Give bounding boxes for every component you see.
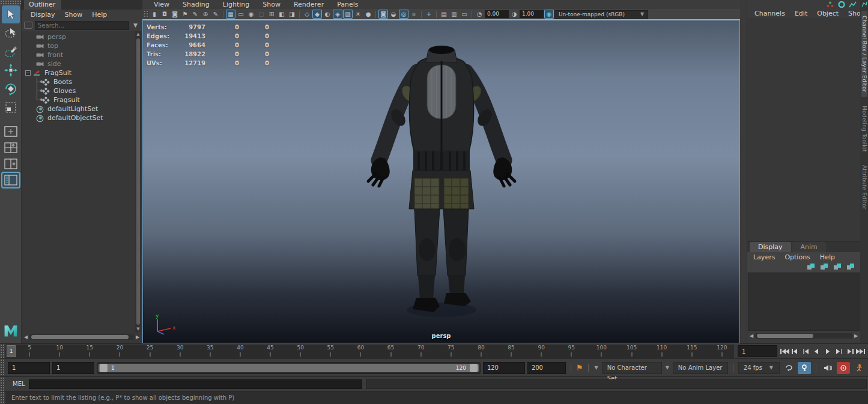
fragsuit-model[interactable] xyxy=(345,32,538,328)
time-slider-grip[interactable] xyxy=(0,344,5,358)
annotate-icon[interactable]: ✎ xyxy=(190,10,200,19)
camera-bookmarks-icon[interactable]: ◙ xyxy=(170,10,180,19)
single-pane-layout[interactable] xyxy=(2,124,19,139)
isolate-select-icon[interactable]: + xyxy=(424,10,434,19)
layer-editor-hscrollbar[interactable]: ◀ ▶ xyxy=(748,332,859,340)
layer-editor-tab-anim[interactable]: Anim xyxy=(792,242,826,252)
color-management-icon[interactable]: ◉ xyxy=(544,10,554,19)
wireframe-icon[interactable]: ◇ xyxy=(302,10,312,19)
gate-mask-icon[interactable]: ▢ xyxy=(256,10,266,19)
move-layer-down-icon[interactable] xyxy=(820,263,829,272)
hscroll-track[interactable] xyxy=(29,334,135,340)
anim-layer-dropdown[interactable]: No Anim Layer xyxy=(673,362,728,374)
search-options-chevron-icon[interactable]: ▼ xyxy=(132,22,139,28)
gamma-field[interactable]: 1.00 xyxy=(520,10,544,18)
scroll-right-icon[interactable]: ▶ xyxy=(853,333,859,339)
move-tool[interactable] xyxy=(2,61,20,79)
character-controls-icon[interactable] xyxy=(827,1,834,8)
anti-alias-icon[interactable]: ◎ xyxy=(399,10,408,19)
side-tab-attribute-editor[interactable]: Attribute Editor xyxy=(861,160,867,214)
range-slider-grip[interactable] xyxy=(0,359,5,376)
grease-pencil-icon[interactable]: ✎ xyxy=(211,10,220,19)
viewport-canvas[interactable]: Verts:979700Edges:1941300Faces:966400Tri… xyxy=(142,19,740,343)
graph-editor-icon[interactable] xyxy=(849,1,857,8)
menu-channels[interactable]: Channels xyxy=(750,10,790,17)
menu-options[interactable]: Options xyxy=(780,253,815,261)
outliner-item-top[interactable]: top xyxy=(22,41,142,50)
create-empty-layer-icon[interactable] xyxy=(833,263,842,272)
create-layer-from-selected-icon[interactable] xyxy=(846,263,855,272)
gamma-icon[interactable]: ◑ xyxy=(509,10,519,19)
depth-of-field-icon[interactable]: ▪ xyxy=(409,10,419,19)
speaker-icon[interactable] xyxy=(821,362,834,374)
menu-shading[interactable]: Shading xyxy=(177,1,215,8)
outliner-item-fragsuit[interactable]: −FragSuit xyxy=(22,68,142,77)
shadows-icon[interactable]: ● xyxy=(363,10,373,19)
menu-layers[interactable]: Layers xyxy=(748,253,780,261)
time-slider[interactable]: 1 51015202530354045505560657075808590951… xyxy=(5,345,734,358)
outliner-item-gloves[interactable]: Gloves xyxy=(22,86,142,95)
outliner-item-defaultobjectset[interactable]: defaultObjectSet xyxy=(22,113,142,122)
step-forward-frame-button[interactable] xyxy=(845,346,855,357)
character-set-chevron-icon[interactable]: ▼ xyxy=(593,365,599,370)
two-pane-layout[interactable] xyxy=(2,157,19,171)
side-tab-channel-box-layer-editor[interactable]: Channel Box / Layer Editor xyxy=(861,11,867,97)
playback-loop-icon[interactable] xyxy=(782,362,795,374)
menu-renderer[interactable]: Renderer xyxy=(288,1,329,8)
scroll-right-icon[interactable]: ▶ xyxy=(135,334,141,340)
go-to-end-button[interactable] xyxy=(855,346,866,357)
range-slider-bar[interactable]: 1 120 xyxy=(99,364,479,372)
range-slider[interactable]: 1 120 xyxy=(97,362,481,374)
bookmark-add-icon[interactable]: ⚑ xyxy=(576,363,583,372)
image-plane-icon[interactable]: ▭ xyxy=(460,10,469,19)
layer-editor-tab-display[interactable]: Display xyxy=(750,242,791,252)
step-back-frame-button[interactable] xyxy=(791,346,801,357)
go-to-start-button[interactable] xyxy=(780,346,790,357)
playhead[interactable]: 1 xyxy=(7,345,16,357)
menu-lighting[interactable]: Lighting xyxy=(217,1,255,8)
outliner-tab[interactable]: Outliner xyxy=(24,0,61,10)
sidebar-toggle-icon[interactable] xyxy=(861,1,867,7)
select-tool[interactable] xyxy=(2,5,20,23)
current-frame-field[interactable]: 1 xyxy=(738,345,777,357)
grid-icon[interactable]: ▦ xyxy=(226,10,235,19)
outliner-item-persp[interactable]: persp xyxy=(22,32,142,41)
motion-blur-icon[interactable]: ◒ xyxy=(389,10,398,19)
snapshot-paste-icon[interactable]: ▥ xyxy=(449,10,459,19)
ssao-icon[interactable]: ◙ xyxy=(378,10,388,19)
command-line-grip[interactable] xyxy=(0,377,5,391)
collapse-expander-icon[interactable]: − xyxy=(25,70,31,76)
tonemap-dropdown[interactable]: Un-tone-mapped (sRGB)▼ xyxy=(554,10,648,19)
scroll-left-icon[interactable]: ◀ xyxy=(23,334,29,340)
menu-edit[interactable]: Edit xyxy=(790,10,812,17)
smooth-shade-icon[interactable]: ◆ xyxy=(312,10,322,19)
menu-show[interactable]: Show xyxy=(61,10,87,19)
resolution-gate-icon[interactable]: ◉ xyxy=(246,10,256,19)
auto-keyframe-toggle[interactable] xyxy=(798,362,811,374)
film-gate-icon[interactable]: ▭ xyxy=(236,10,246,19)
command-input[interactable] xyxy=(29,379,362,389)
scroll-down-icon[interactable]: ▼ xyxy=(135,326,141,332)
snapshot-icon[interactable]: ▤ xyxy=(439,10,449,19)
rotate-tool[interactable] xyxy=(2,80,20,98)
fps-dropdown[interactable]: 24 fps ▼ xyxy=(738,362,780,374)
outliner-vscrollbar[interactable]: ▲ ▼ xyxy=(135,31,141,332)
safe-title-icon[interactable]: ◨ xyxy=(287,10,297,19)
animation-preferences-icon[interactable] xyxy=(852,362,866,374)
move-layer-up-icon[interactable] xyxy=(807,263,816,272)
play-forward-button[interactable] xyxy=(823,346,833,357)
outliner-item-side[interactable]: side xyxy=(22,59,142,68)
hscroll-thumb[interactable] xyxy=(31,335,129,339)
filter-icon[interactable] xyxy=(24,22,32,29)
four-pane-layout[interactable] xyxy=(2,140,19,155)
animation-end-field[interactable]: 200 xyxy=(527,362,566,374)
scale-tool[interactable] xyxy=(2,98,20,116)
menu-help[interactable]: Help xyxy=(815,253,840,261)
wireframe-on-shaded-icon[interactable]: ◈ xyxy=(333,10,342,19)
layers-list-area[interactable] xyxy=(748,273,860,331)
outliner-item-defaultlightset[interactable]: defaultLightSet xyxy=(22,104,142,113)
menu-view[interactable]: View xyxy=(148,1,175,8)
menu-panels[interactable]: Panels xyxy=(332,1,363,8)
animation-start-field[interactable]: 1 xyxy=(8,362,50,374)
playback-end-field[interactable]: 120 xyxy=(483,362,525,374)
